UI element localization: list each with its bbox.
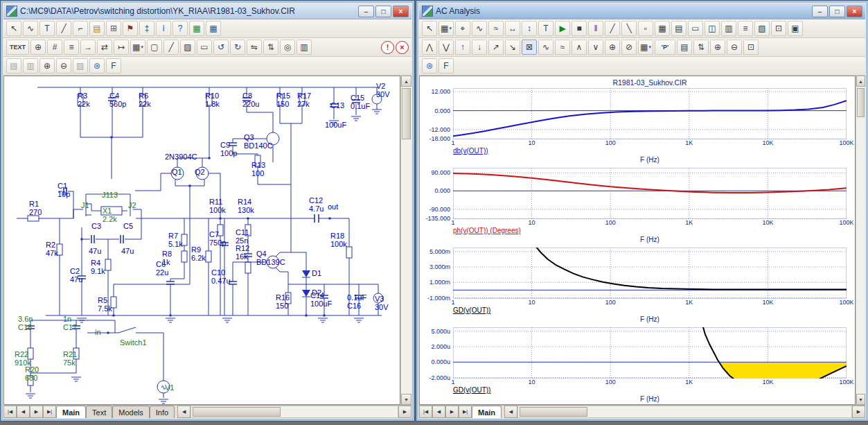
component-r15[interactable]: R15 150 <box>276 92 290 108</box>
sine-tool[interactable]: ∿ <box>472 21 487 36</box>
component-q4[interactable]: Q4 BD139C <box>256 250 285 266</box>
graphics-button[interactable]: ▨ <box>180 40 195 55</box>
component-c14[interactable]: C14 100uF <box>310 291 332 308</box>
close-button[interactable]: × <box>847 6 862 17</box>
grid-button[interactable]: ▦ <box>655 21 670 36</box>
component-r16[interactable]: R16 150 <box>276 293 290 310</box>
grid-options-button[interactable]: ▦▾ <box>130 40 145 55</box>
one-plot-layout-button[interactable]: ▭ <box>688 21 703 36</box>
last-page-button[interactable]: ▶| <box>43 406 56 418</box>
tab-main[interactable]: Main <box>56 406 86 418</box>
globe-icon[interactable]: ⊛ <box>89 58 105 73</box>
find-component-icon[interactable]: ▦ <box>206 21 221 36</box>
tab-main[interactable]: Main <box>472 406 502 418</box>
find-button[interactable]: ◎ <box>280 40 295 55</box>
zoom-fit-button[interactable]: ⊡ <box>743 40 759 55</box>
first-page-button[interactable]: |◀ <box>3 406 17 418</box>
restore-button[interactable]: □ <box>829 6 845 17</box>
plot-canvas-3[interactable] <box>453 248 847 299</box>
component-c15[interactable]: C15 0.1uF <box>351 94 370 110</box>
component-r13[interactable]: R13 100 <box>251 161 265 177</box>
select-tool[interactable]: ↖ <box>422 21 437 36</box>
component-c12[interactable]: C12 4.7u <box>309 196 324 213</box>
previous-page-button[interactable]: ◀ <box>17 406 30 418</box>
component-r6[interactable]: R6 22k <box>139 92 151 108</box>
stop-alert-icon[interactable]: × <box>396 41 409 54</box>
peak-probe-button[interactable]: ⋀ <box>422 40 437 55</box>
next-page-button[interactable]: ▶ <box>445 406 459 418</box>
scale-button[interactable]: ⊡ <box>771 21 786 36</box>
high-probe-button[interactable]: ↑ <box>455 40 470 55</box>
globe-icon[interactable]: ⊛ <box>422 58 437 73</box>
properties-button[interactable]: ▣ <box>788 21 803 36</box>
horizontal-tag-tool[interactable]: ↔ <box>505 21 520 36</box>
stacked-plot-layout-button[interactable]: ≡ <box>738 21 753 36</box>
component-r9[interactable]: R9 6.2k <box>191 245 206 262</box>
component-r4[interactable]: R4 9.1k <box>91 259 105 275</box>
select-tool[interactable]: ↖ <box>6 21 21 36</box>
vertical-scroll-track[interactable] <box>401 87 411 394</box>
component-r21[interactable]: R21 75k <box>63 350 77 367</box>
paste-button[interactable]: ▤ <box>6 58 21 73</box>
component-2n3904c[interactable]: 2N3904C <box>165 153 197 161</box>
component-c2[interactable]: C2 47u <box>70 267 82 284</box>
overlay-plot-layout-button[interactable]: ▧ <box>754 21 770 36</box>
zoom-in-button[interactable]: ⊕ <box>39 58 55 73</box>
next-object-button[interactable]: → <box>80 40 96 55</box>
scroll-up-button[interactable]: ▲ <box>401 76 411 87</box>
scroll-down-button[interactable]: ▼ <box>401 394 411 405</box>
rise-probe-button[interactable]: ↗ <box>488 40 504 55</box>
previous-page-button[interactable]: ◀ <box>432 406 445 418</box>
wave-tool[interactable]: ≈ <box>488 21 504 36</box>
copy-button[interactable]: ▥ <box>23 58 38 73</box>
tab-models[interactable]: Models <box>112 406 149 418</box>
horizontal-scrollbar[interactable]: ◀ ▶ <box>504 406 865 418</box>
scroll-right-button[interactable]: ▶ <box>852 406 865 418</box>
component-v3[interactable]: V3 30V <box>375 295 389 311</box>
restore-button[interactable]: □ <box>375 6 391 17</box>
component-r7[interactable]: R7 5.1k <box>168 232 183 248</box>
ruler-button[interactable]: ▤ <box>671 21 687 36</box>
component-c10[interactable]: C10 0.47u <box>211 268 231 285</box>
component-r14[interactable]: R14 130k <box>238 198 254 214</box>
text-mode-button[interactable]: TEXT <box>6 40 29 55</box>
component-q1[interactable]: Q1 <box>172 168 182 176</box>
component-0.1uf[interactable]: 0.1uF C16 <box>347 293 366 310</box>
component-r5[interactable]: R5 7.5k <box>98 296 112 313</box>
last-page-button[interactable]: ▶| <box>459 406 472 418</box>
scroll-left-button[interactable]: ◀ <box>504 406 517 418</box>
font-button[interactable]: F <box>106 58 121 73</box>
up-angle-probe-button[interactable]: ∧ <box>572 40 587 55</box>
component-c9[interactable]: C9 100p <box>220 141 237 157</box>
component-3.6n[interactable]: 3.6n C18 <box>18 315 33 331</box>
component-100uf[interactable]: 100uF <box>325 121 346 129</box>
valley-probe-button[interactable]: ⋁ <box>439 40 454 55</box>
component-r11[interactable]: R11 100k <box>209 198 226 214</box>
horizontal-scroll-track[interactable] <box>191 406 398 418</box>
down-angle-probe-button[interactable]: ∨ <box>588 40 603 55</box>
tab-text[interactable]: Text <box>86 406 112 418</box>
component-j1[interactable]: J1 <box>81 201 89 209</box>
component-browser-icon[interactable]: ▦ <box>189 21 204 36</box>
component-c1[interactable]: C1 10p <box>57 182 70 198</box>
component-j2[interactable]: J2 <box>128 201 136 209</box>
minimize-button[interactable]: – <box>358 6 374 17</box>
wire-mode-tool[interactable]: ∿ <box>23 21 38 36</box>
flip-horizontal-button[interactable]: ⇋ <box>247 40 262 55</box>
component-c6[interactable]: C6 22u <box>156 260 168 277</box>
bus-tool[interactable]: ≡ <box>64 40 79 55</box>
alert-icon[interactable]: ! <box>381 41 394 54</box>
next-page-button[interactable]: ▶ <box>30 406 43 418</box>
ortho-wire-tool[interactable]: ⌐ <box>73 21 88 36</box>
component-r2[interactable]: R2 47k <box>46 241 58 257</box>
pin-tool[interactable]: ‡ <box>139 21 154 36</box>
component-v2[interactable]: V2 30V <box>376 82 390 98</box>
polar-plot-button[interactable]: ⊕ <box>605 40 620 55</box>
cursor-mode-tool[interactable]: ⌖ <box>455 21 470 36</box>
component-x1[interactable]: X1 2.2k <box>103 207 117 223</box>
line-tool[interactable]: ╱ <box>605 21 620 36</box>
component-r10[interactable]: R10 1.8k <box>205 92 220 108</box>
component-r18[interactable]: R18 100k <box>330 232 347 248</box>
two-plot-layout-button[interactable]: ◫ <box>705 21 720 36</box>
plot-canvas-4[interactable] <box>453 327 847 379</box>
